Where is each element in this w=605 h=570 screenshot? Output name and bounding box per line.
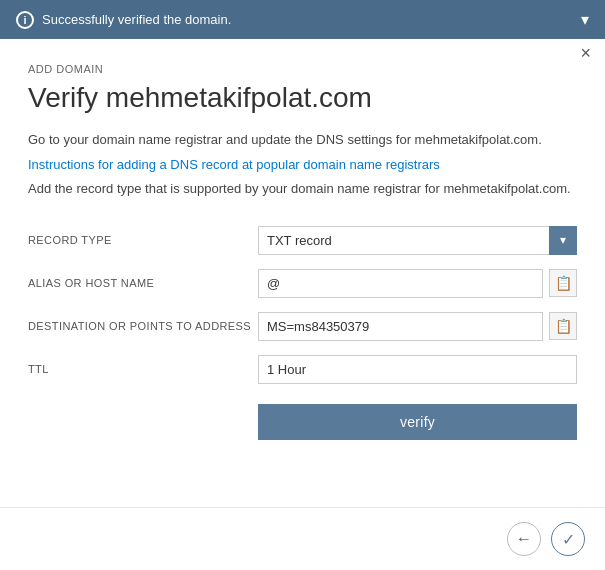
alias-row: ALIAS OR HOST NAME 📋 [28,269,577,298]
notification-message: Successfully verified the domain. [42,12,231,27]
destination-label: DESTINATION OR POINTS TO ADDRESS [28,320,258,332]
verify-button[interactable]: verify [258,404,577,440]
record-type-label: RECORD TYPE [28,234,258,246]
record-type-select[interactable]: TXT record MX record CNAME record [258,226,577,255]
ttl-label: TTL [28,363,258,375]
ttl-control [258,355,577,384]
back-button[interactable]: ← [507,522,541,556]
alias-label: ALIAS OR HOST NAME [28,277,258,289]
section-label: ADD DOMAIN [28,63,577,75]
alias-input[interactable] [258,269,543,298]
notification-content: i Successfully verified the domain. [16,11,231,29]
destination-copy-icon[interactable]: 📋 [549,312,577,340]
dns-instructions-link[interactable]: Instructions for adding a DNS record at … [28,157,577,172]
record-type-control: TXT record MX record CNAME record ▾ [258,226,577,255]
ttl-row: TTL [28,355,577,384]
destination-input[interactable] [258,312,543,341]
record-type-row: RECORD TYPE TXT record MX record CNAME r… [28,226,577,255]
info-icon: i [16,11,34,29]
description-2: Add the record type that is supported by… [28,180,577,198]
modal-container: i Successfully verified the domain. ▾ × … [0,0,605,570]
close-button[interactable]: × [580,44,591,62]
alias-control: 📋 [258,269,577,298]
check-icon: ✓ [562,530,575,549]
destination-row: DESTINATION OR POINTS TO ADDRESS 📋 [28,312,577,341]
description-1: Go to your domain name registrar and upd… [28,131,577,149]
footer: ← ✓ [0,507,605,570]
destination-control: 📋 [258,312,577,341]
verify-control: verify [258,398,577,440]
ttl-input[interactable] [258,355,577,384]
record-type-select-wrap: TXT record MX record CNAME record ▾ [258,226,577,255]
page-title: Verify mehmetakifpolat.com [28,81,577,115]
check-button[interactable]: ✓ [551,522,585,556]
chevron-down-icon[interactable]: ▾ [581,10,589,29]
notification-bar: i Successfully verified the domain. ▾ [0,0,605,39]
main-content: ADD DOMAIN Verify mehmetakifpolat.com Go… [0,39,605,507]
verify-row: verify [28,398,577,440]
dns-form: RECORD TYPE TXT record MX record CNAME r… [28,226,577,454]
back-icon: ← [516,530,532,548]
alias-copy-icon[interactable]: 📋 [549,269,577,297]
